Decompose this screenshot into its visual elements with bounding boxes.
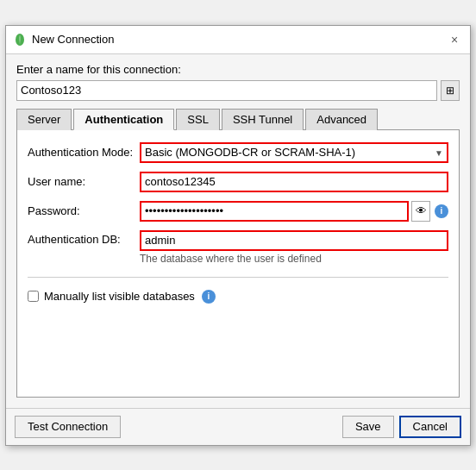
password-label: Password: bbox=[28, 204, 140, 217]
new-connection-dialog: New Connection × Enter a name for this c… bbox=[5, 25, 471, 446]
password-row: Password: 👁 i bbox=[28, 201, 448, 222]
title-left: New Connection bbox=[13, 33, 114, 47]
connection-name-input[interactable] bbox=[16, 80, 437, 101]
divider bbox=[28, 277, 448, 278]
connection-name-label: Enter a name for this connection: bbox=[16, 63, 460, 76]
password-input-row: 👁 i bbox=[140, 201, 448, 222]
tab-server[interactable]: Server bbox=[16, 109, 72, 130]
window-title: New Connection bbox=[32, 33, 114, 46]
title-bar: New Connection × bbox=[6, 26, 470, 54]
footer: Test Connection Save Cancel bbox=[6, 408, 470, 445]
dialog-body: Enter a name for this connection: ⊞ Serv… bbox=[6, 54, 470, 408]
username-input[interactable] bbox=[140, 172, 448, 192]
manually-list-row: Manually list visible databases i bbox=[28, 290, 448, 304]
tab-content-authentication: Authentication Mode: Basic (MONGODB-CR o… bbox=[16, 130, 460, 398]
manually-list-checkbox[interactable] bbox=[28, 291, 39, 302]
username-label: User name: bbox=[28, 175, 140, 188]
cancel-button[interactable]: Cancel bbox=[399, 416, 461, 438]
auth-mode-field: Basic (MONGODB-CR or SCRAM-SHA-1) SCRAM-… bbox=[140, 142, 448, 163]
tab-ssl[interactable]: SSL bbox=[176, 109, 220, 130]
auth-mode-row: Authentication Mode: Basic (MONGODB-CR o… bbox=[28, 142, 448, 163]
auth-db-row: Authentication DB: The database where th… bbox=[28, 230, 448, 265]
auth-db-hint: The database where the user is defined bbox=[140, 253, 448, 265]
password-info-icon[interactable]: i bbox=[435, 204, 448, 218]
tab-ssh-tunnel[interactable]: SSH Tunnel bbox=[222, 109, 304, 130]
tab-advanced[interactable]: Advanced bbox=[305, 109, 378, 130]
save-button[interactable]: Save bbox=[342, 416, 394, 438]
app-icon bbox=[13, 33, 27, 47]
auth-mode-label: Authentication Mode: bbox=[28, 146, 140, 159]
manually-list-label: Manually list visible databases bbox=[44, 290, 195, 303]
password-field: 👁 i bbox=[140, 201, 448, 222]
show-password-icon[interactable]: 👁 bbox=[411, 201, 430, 222]
username-field bbox=[140, 172, 448, 192]
auth-db-field: The database where the user is defined bbox=[140, 230, 448, 265]
footer-right: Save Cancel bbox=[342, 416, 461, 438]
auth-db-label: Authentication DB: bbox=[28, 230, 140, 246]
auth-mode-select[interactable]: Basic (MONGODB-CR or SCRAM-SHA-1) SCRAM-… bbox=[140, 142, 448, 163]
tabs: Server Authentication SSL SSH Tunnel Adv… bbox=[16, 108, 460, 130]
username-row: User name: bbox=[28, 172, 448, 192]
tab-authentication[interactable]: Authentication bbox=[73, 109, 174, 130]
password-input[interactable] bbox=[140, 201, 409, 222]
name-icon-button[interactable]: ⊞ bbox=[441, 80, 460, 101]
close-button[interactable]: × bbox=[446, 31, 463, 48]
manually-list-info-icon[interactable]: i bbox=[202, 290, 216, 304]
test-connection-button[interactable]: Test Connection bbox=[15, 416, 121, 438]
auth-db-input[interactable] bbox=[140, 230, 448, 251]
connection-name-row: ⊞ bbox=[16, 80, 460, 101]
